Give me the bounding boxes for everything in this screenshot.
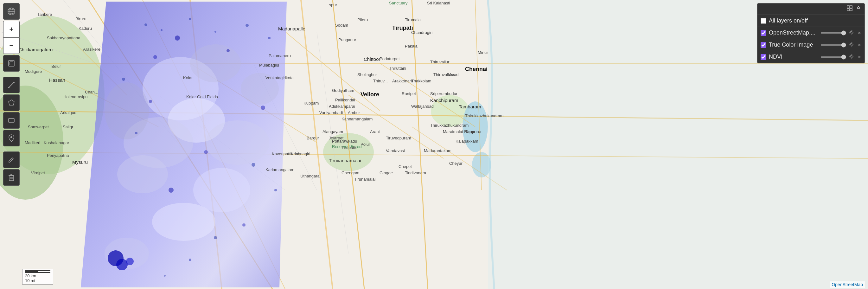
left-toolbar: + − (3, 3, 21, 186)
svg-line-74 (9, 82, 14, 87)
svg-rect-88 (850, 6, 852, 8)
svg-point-92 (850, 44, 852, 45)
scale-bar: 20 km 10 mi (22, 269, 53, 285)
layer-panel-header (757, 3, 865, 15)
svg-point-79 (10, 136, 12, 138)
draw-rect-btn[interactable] (3, 112, 20, 129)
layer-row-true-color: True Color Image ✕ (757, 39, 865, 51)
osm-gear-btn[interactable] (849, 30, 854, 36)
layers-grid-icon[interactable] (847, 5, 852, 13)
edit-btn[interactable] (3, 151, 20, 168)
draw-polygon-btn[interactable] (3, 94, 20, 111)
svg-line-80 (12, 158, 13, 160)
true-color-checkbox[interactable] (761, 42, 766, 48)
svg-point-76 (13, 82, 14, 83)
svg-marker-77 (8, 100, 14, 105)
ndvi-checkbox[interactable] (761, 54, 766, 60)
svg-rect-90 (850, 8, 852, 11)
svg-rect-73 (10, 62, 13, 65)
ndvi-opacity-slider[interactable] (821, 56, 846, 58)
true-color-label: True Color Image (769, 41, 818, 48)
attribution[interactable]: OpenStreetMap (830, 281, 865, 288)
map-container[interactable]: Tarikere Biruru Kaduru Chikkamagaluru Ar… (0, 0, 868, 289)
extent-btn[interactable] (3, 55, 20, 71)
true-color-close-btn[interactable]: ✕ (858, 42, 861, 48)
layer-row-ndvi: NDVI ✕ (757, 51, 865, 63)
svg-rect-72 (8, 60, 14, 66)
zoom-out-btn[interactable]: − (3, 37, 20, 54)
attribution-text: OpenStreetMap (832, 282, 863, 287)
svg-rect-89 (847, 8, 849, 11)
ndvi-gear-btn[interactable] (849, 54, 854, 60)
svg-point-3 (323, 133, 374, 171)
marker-btn[interactable] (3, 130, 20, 146)
osm-label: OpenStreetMap.... (769, 29, 818, 36)
true-color-gear-btn[interactable] (849, 42, 854, 48)
delete-btn[interactable] (3, 169, 20, 186)
osm-checkbox[interactable] (761, 30, 766, 36)
true-color-opacity-slider[interactable] (821, 45, 846, 46)
svg-rect-78 (8, 118, 14, 122)
all-layers-label: All layers on/off (769, 18, 861, 24)
layer-panel: All layers on/off OpenStreetMap.... ✕ Tr… (757, 3, 865, 63)
osm-opacity-slider[interactable] (821, 32, 846, 34)
layer-row-osm: OpenStreetMap.... ✕ (757, 27, 865, 39)
svg-point-93 (850, 55, 852, 57)
zoom-in-btn[interactable]: + (3, 21, 20, 37)
osm-close-btn[interactable]: ✕ (858, 30, 861, 35)
globe-btn[interactable] (3, 3, 20, 20)
panel-settings-icon[interactable] (856, 5, 861, 13)
scale-label-km: 20 km (25, 273, 50, 278)
all-layers-checkbox[interactable] (761, 18, 766, 24)
ndvi-label: NDVI (769, 54, 818, 60)
draw-line-btn[interactable] (3, 77, 20, 93)
svg-point-91 (850, 31, 852, 33)
all-layers-row: All layers on/off (757, 15, 865, 27)
ndvi-close-btn[interactable]: ✕ (858, 55, 861, 60)
scale-label-mi: 10 mi (25, 278, 50, 283)
svg-rect-87 (847, 6, 849, 8)
svg-point-75 (8, 87, 9, 88)
